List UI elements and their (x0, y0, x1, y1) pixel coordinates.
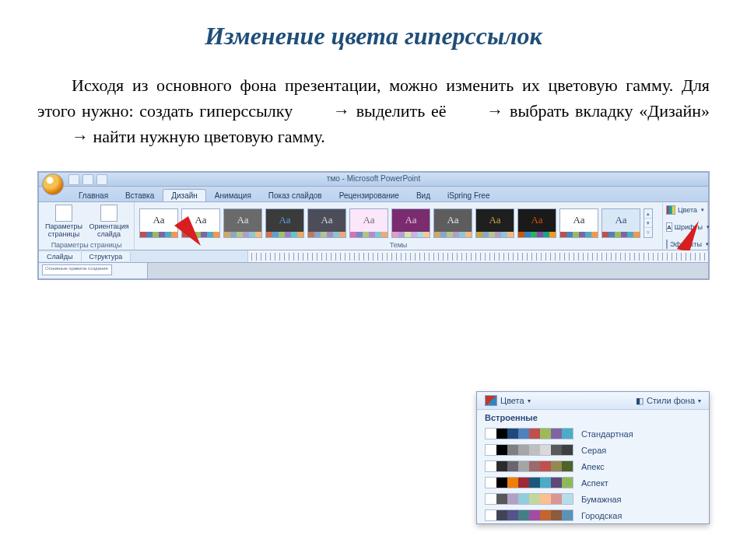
colors-button[interactable]: Цвета▾ (666, 205, 704, 215)
effects-icon (666, 240, 668, 249)
ribbon-body: Параметры страницы Ориентация слайда Пар… (39, 202, 708, 250)
theme-color-bar (224, 232, 261, 237)
themes-group: AaAaAaAaAaAaAaAaAaAaAaAa▴▾▿ Темы (135, 202, 663, 250)
theme-preview-text: Aa (140, 209, 177, 232)
left-pane-tabs: Слайды Структура (39, 250, 708, 263)
theme-color-bar (560, 232, 598, 237)
group-label-page-setup: Параметры страницы (44, 241, 129, 249)
theme-color-bar (392, 232, 430, 237)
quick-access-toolbar (68, 174, 107, 185)
colors-dropdown-label: Цвета (500, 396, 524, 405)
powerpoint-window: тмо - Microsoft PowerPoint ГлавнаяВставк… (37, 171, 710, 280)
color-scheme-item[interactable]: Аспект (477, 474, 709, 491)
slide-thumbnail-panel: Основные правила создания (39, 263, 148, 278)
theme-preview-text: Aa (392, 209, 430, 232)
colors-icon (666, 205, 675, 215)
scheme-name: Аспект (581, 478, 608, 488)
ruler (247, 250, 708, 262)
theme-preview-text: Aa (476, 209, 514, 232)
color-scheme-item[interactable]: Бумажная (477, 491, 709, 507)
theme-preview-text: Aa (266, 209, 303, 232)
theme-thumbnail[interactable]: Aa (223, 208, 262, 238)
theme-thumbnail[interactable]: Aa (433, 208, 472, 238)
ribbon-tab-главная[interactable]: Главная (70, 189, 117, 201)
instruction-paragraph: Исходя из основного фона презентации, мо… (37, 72, 710, 149)
scheme-name: Городская (581, 511, 622, 520)
theme-preview-text: Aa (518, 209, 556, 232)
theme-preview-text: Aa (182, 209, 219, 232)
theme-thumbnail[interactable]: Aa (601, 208, 640, 238)
theme-preview-text: Aa (224, 209, 261, 232)
themes-scroll: ▴▾▿ (644, 208, 653, 238)
color-scheme-item[interactable]: Стандартная (477, 425, 709, 442)
paint-icon: ◧ (636, 396, 644, 406)
theme-color-bar (308, 232, 345, 237)
ribbon-tab-дизайн[interactable]: Дизайн (163, 189, 206, 201)
color-scheme-item[interactable]: Апекс (477, 458, 709, 474)
theme-color-bar (140, 232, 177, 237)
group-label-themes: Темы (139, 241, 658, 249)
arrow-icon: → (37, 124, 89, 149)
theme-color-bar (602, 232, 640, 237)
fonts-button[interactable]: A Шрифты▾ (666, 222, 704, 232)
theme-preview-text: Aa (308, 209, 345, 232)
ribbon-tab-анимация[interactable]: Анимация (206, 189, 260, 201)
office-button[interactable] (42, 173, 64, 195)
theme-thumbnail[interactable]: Aa (139, 208, 178, 238)
theme-preview-text: Aa (434, 209, 472, 232)
qat-save-icon[interactable] (68, 174, 79, 185)
theme-color-bar (434, 232, 472, 237)
theme-thumbnail[interactable]: Aa (265, 208, 304, 238)
theme-thumbnail[interactable]: Aa (475, 208, 514, 238)
tab-slides[interactable]: Слайды (39, 252, 82, 261)
qat-undo-icon[interactable] (82, 174, 93, 185)
para-mid1: выделить её (356, 101, 453, 121)
qat-redo-icon[interactable] (96, 174, 107, 185)
theme-thumbnail[interactable]: Aa (307, 208, 346, 238)
theme-color-bar (350, 232, 388, 237)
theme-color-bar (476, 232, 514, 237)
ribbon-tab-вид[interactable]: Вид (408, 189, 439, 201)
ribbon-tab-вставка[interactable]: Вставка (117, 189, 163, 201)
theme-thumbnail[interactable]: Aa (517, 208, 556, 238)
color-scheme-list: СтандартнаяСераяАпексАспектБумажнаяГород… (477, 425, 709, 523)
effects-button[interactable]: Эффекты▾ (666, 240, 704, 249)
theme-thumbnail[interactable]: Aa (559, 208, 598, 238)
fonts-icon: A (666, 222, 672, 232)
arrow-icon: → (299, 98, 350, 124)
ribbon-tab-показ слайдов[interactable]: Показ слайдов (260, 189, 331, 201)
page-setup-label: Параметры страницы (44, 223, 84, 239)
theme-thumbnail[interactable]: Aa (181, 208, 220, 238)
background-styles-button[interactable]: ◧ Стили фона ▾ (636, 395, 701, 406)
tab-outline[interactable]: Структура (82, 252, 132, 261)
color-scheme-item[interactable]: Серая (477, 442, 709, 458)
dropdown-icon: ▾ (706, 241, 709, 247)
theme-thumbnail[interactable]: Aa (391, 208, 430, 238)
slide-orientation-button[interactable]: Ориентация слайда (89, 205, 129, 239)
ribbon-tab-рецензирование[interactable]: Рецензирование (331, 189, 408, 201)
colors-dropdown-panel: Цвета ▾ ◧ Стили фона ▾ Встроенные Станда… (476, 391, 710, 524)
page-setup-button[interactable]: Параметры страницы (44, 205, 84, 239)
scheme-swatches (485, 493, 573, 505)
theme-preview-text: Aa (560, 209, 598, 232)
color-scheme-item[interactable]: Городская (477, 507, 709, 523)
scroll-up-icon[interactable]: ▴ (644, 209, 652, 219)
slide-thumbnail[interactable]: Основные правила создания (42, 264, 112, 275)
variants-group: Цвета▾ A Шрифты▾ Эффекты▾ (663, 202, 708, 250)
page-title: Изменение цвета гиперссылок (37, 22, 710, 51)
scheme-swatches (485, 460, 573, 472)
ribbon-tab-ispring free[interactable]: iSpring Free (439, 189, 498, 201)
scheme-swatches (485, 444, 573, 456)
para-mid2: выбрать вкладку «Дизайн» (510, 101, 710, 121)
arrow-icon: → (452, 98, 503, 124)
workspace: Основные правила создания (39, 263, 708, 278)
theme-color-bar (266, 232, 303, 237)
colors-dropdown-button[interactable]: Цвета ▾ (485, 395, 531, 406)
scroll-down-icon[interactable]: ▾ (644, 219, 652, 228)
orientation-icon (100, 205, 117, 222)
gallery-more-icon[interactable]: ▿ (644, 228, 652, 236)
scheme-name: Стандартная (581, 429, 633, 439)
theme-thumbnail[interactable]: Aa (349, 208, 388, 238)
colors-label: Цвета (678, 206, 697, 214)
scheme-name: Серая (581, 446, 606, 455)
